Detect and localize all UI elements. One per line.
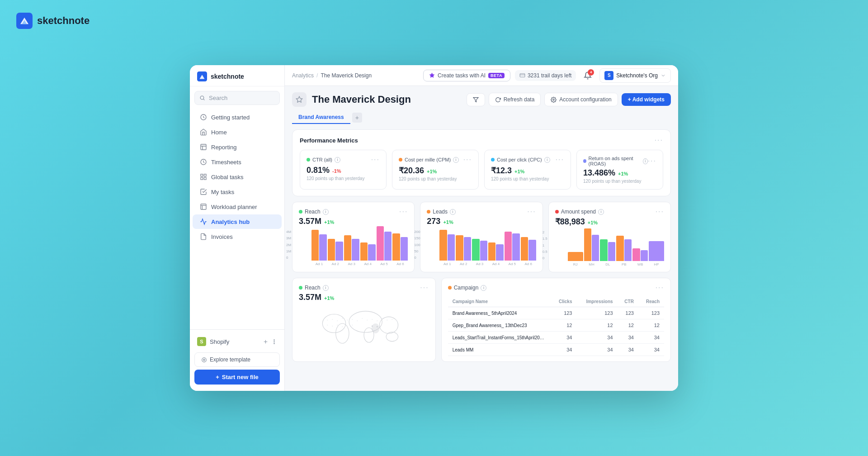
svg-point-40 <box>327 325 328 326</box>
svg-point-38 <box>392 319 392 320</box>
add-tab-button[interactable]: + <box>352 113 362 123</box>
add-widgets-button[interactable]: + Add widgets <box>622 93 671 106</box>
sidebar-nav: Getting started Home Reporting Timesheet… <box>190 108 284 329</box>
amount-spend-bar-chart: 21.510.50 RJ MH DL PB WB HP <box>555 230 664 266</box>
svg-rect-9 <box>204 177 206 180</box>
shopify-integration[interactable]: S Shopify <box>190 333 284 350</box>
roas-info-icon[interactable]: i <box>643 158 648 164</box>
main-panel: Analytics / The Maverick Design Create t… <box>285 65 678 391</box>
table-row: Leads_StartTrail_InstantForms_15thApril2… <box>448 332 664 344</box>
sidebar-logo: sketchnote <box>190 65 284 86</box>
org-selector[interactable]: S Sketchnote's Org <box>599 68 671 83</box>
amount-spend-chart-card: Amount spend i ··· ₹88,983 +1% 21.510.50 <box>548 202 671 272</box>
svg-point-12 <box>274 341 275 342</box>
leads-chart-menu[interactable]: ··· <box>527 208 536 216</box>
reach-map-card: Reach i ··· 3.57M +1% <box>292 278 436 362</box>
page-actions: Refresh data Account configuration + Add… <box>467 93 671 106</box>
svg-point-39 <box>396 320 397 321</box>
sidebar-item-timesheets[interactable]: Timesheets <box>193 155 282 169</box>
sidebar-item-invoices[interactable]: Invoices <box>193 229 282 244</box>
start-new-file-button[interactable]: + Start new file <box>194 370 280 385</box>
svg-point-11 <box>274 339 275 340</box>
table-row: Gpep_Brand Awareness_ 13thDec23 12 12 12… <box>448 319 664 332</box>
svg-point-30 <box>352 319 353 320</box>
sidebar-item-my-tasks[interactable]: My tasks <box>193 185 282 199</box>
col-impressions: Impressions <box>576 296 617 307</box>
breadcrumb: Analytics / The Maverick Design <box>292 72 372 79</box>
notifications-button[interactable]: 4 <box>580 68 595 83</box>
svg-point-29 <box>347 320 348 321</box>
table-row: Leads MM 34 34 34 34 <box>448 344 664 356</box>
cpm-menu[interactable]: ··· <box>463 156 472 164</box>
roas-menu[interactable]: ··· <box>648 157 656 165</box>
svg-point-42 <box>337 325 338 326</box>
svg-point-43 <box>342 326 343 327</box>
svg-point-20 <box>379 317 398 333</box>
sidebar-item-workload-planner[interactable]: Workload planner <box>193 200 282 214</box>
cpc-menu[interactable]: ··· <box>556 156 564 164</box>
sidebar-item-home[interactable]: Home <box>193 125 282 139</box>
campaign-menu[interactable]: ··· <box>656 284 664 292</box>
explore-template-button[interactable]: Explore template <box>194 352 280 367</box>
sidebar: sketchnote Search Getting started Home R… <box>190 65 285 391</box>
performance-metrics-menu[interactable]: ··· <box>655 136 663 144</box>
svg-point-31 <box>357 320 358 321</box>
account-config-button[interactable]: Account configuration <box>544 93 618 106</box>
svg-rect-15 <box>520 74 525 77</box>
ctr-menu[interactable]: ··· <box>371 156 380 164</box>
leads-info-icon[interactable]: i <box>450 209 456 215</box>
svg-point-17 <box>553 99 554 100</box>
cpc-info-icon[interactable]: i <box>544 157 550 163</box>
reach-map-info-icon[interactable]: i <box>323 285 329 291</box>
leads-chart-card: Leads i ··· 273 +1% 200150100500 <box>420 202 542 272</box>
svg-point-46 <box>372 325 373 327</box>
svg-point-34 <box>372 319 373 320</box>
tab-row: Brand Awareness + <box>292 111 671 124</box>
campaign-table: Campaign Name Clicks Impressions CTR Rea… <box>448 296 664 356</box>
tab-brand-awareness[interactable]: Brand Awareness <box>292 111 350 124</box>
metric-tile-ctr: CTR (all) i ··· 0.81% -1% 120 points up … <box>300 150 387 190</box>
bottom-row: Reach i ··· 3.57M +1% <box>292 278 671 362</box>
svg-point-37 <box>387 320 387 321</box>
page-content: The Maverick Design Refresh data Account… <box>285 86 678 391</box>
search-input[interactable]: Search <box>194 91 280 105</box>
app-window: sketchnote Search Getting started Home R… <box>190 65 678 391</box>
reach-bar-chart: 4M3M2M1M0 Ad 1 Ad 2 Ad 3 Ad 4 Ad 5 Ad 6 <box>299 230 408 266</box>
create-tasks-button[interactable]: Create tasks with AI BETA <box>423 70 510 81</box>
sidebar-item-global-tasks[interactable]: Global tasks <box>193 170 282 184</box>
reach-map-menu[interactable]: ··· <box>420 284 429 292</box>
svg-point-44 <box>347 326 348 327</box>
amount-spend-chart-menu[interactable]: ··· <box>656 208 664 216</box>
sidebar-item-reporting[interactable]: Reporting <box>193 140 282 154</box>
metric-tile-roas: Return on ads spent (ROAS) i ··· 13.486%… <box>576 150 663 190</box>
metrics-grid: CTR (all) i ··· 0.81% -1% 120 points up … <box>300 150 663 190</box>
campaign-info-icon[interactable]: i <box>481 285 486 291</box>
topbar-actions: Create tasks with AI BETA 3231 trail day… <box>423 68 671 83</box>
sidebar-item-getting-started[interactable]: Getting started <box>193 110 282 124</box>
trail-info: 3231 trail days left <box>515 70 576 81</box>
svg-point-13 <box>274 343 275 344</box>
svg-marker-16 <box>473 97 478 102</box>
sidebar-item-analytics-hub[interactable]: Analytics hub <box>193 214 282 229</box>
notification-badge: 4 <box>588 69 594 76</box>
ctr-info-icon[interactable]: i <box>335 157 340 163</box>
svg-point-32 <box>362 318 363 319</box>
svg-point-35 <box>377 320 377 321</box>
svg-point-14 <box>202 357 207 362</box>
svg-point-45 <box>352 325 353 326</box>
refresh-data-button[interactable]: Refresh data <box>489 93 541 106</box>
reach-chart-menu[interactable]: ··· <box>399 208 408 216</box>
topbar: Analytics / The Maverick Design Create t… <box>285 65 678 86</box>
svg-point-41 <box>332 326 333 327</box>
col-campaign-name: Campaign Name <box>448 296 551 307</box>
page-title: The Maverick Design <box>312 94 411 105</box>
filter-button[interactable] <box>467 93 485 106</box>
reach-map-visual <box>299 306 429 351</box>
campaign-table-card: Campaign i ··· Campaign Name Clicks Impr <box>441 278 671 362</box>
svg-point-47 <box>377 326 378 328</box>
cpm-info-icon[interactable]: i <box>453 157 459 163</box>
page-header: The Maverick Design Refresh data Account… <box>292 86 671 111</box>
reach-info-icon[interactable]: i <box>323 209 329 215</box>
amount-spend-info-icon[interactable]: i <box>598 209 604 215</box>
page-avatar <box>292 92 307 107</box>
